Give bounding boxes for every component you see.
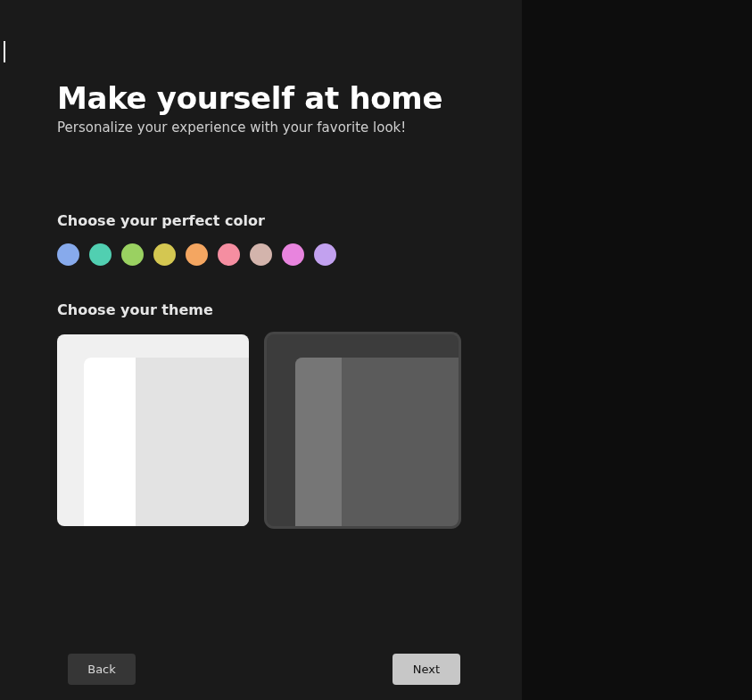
color-swatch-pink[interactable] <box>218 243 240 266</box>
theme-options <box>57 334 468 526</box>
theme-section-label: Choose your theme <box>57 301 468 318</box>
color-section: Choose your perfect color <box>57 212 468 266</box>
text-cursor <box>4 41 5 62</box>
color-swatch-orange[interactable] <box>186 243 208 266</box>
left-pane: Make yourself at home Personalize your e… <box>0 0 522 700</box>
back-button[interactable]: Back <box>68 654 136 685</box>
color-swatch-magenta[interactable] <box>282 243 304 266</box>
content: Make yourself at home Personalize your e… <box>57 80 468 526</box>
next-button[interactable]: Next <box>393 654 460 685</box>
color-swatch-teal[interactable] <box>89 243 112 266</box>
page-title: Make yourself at home <box>57 80 468 116</box>
theme-preview-window <box>84 358 249 526</box>
color-section-label: Choose your perfect color <box>57 212 468 229</box>
theme-preview-sidebar <box>84 358 136 526</box>
theme-option-dark[interactable] <box>267 334 459 526</box>
footer: Back Next <box>68 654 460 685</box>
color-swatch-mauve[interactable] <box>250 243 272 266</box>
color-swatches <box>57 243 468 266</box>
color-swatch-purple[interactable] <box>314 243 336 266</box>
right-pane <box>522 0 752 700</box>
color-swatch-green[interactable] <box>121 243 144 266</box>
page-subtitle: Personalize your experience with your fa… <box>57 119 468 136</box>
theme-option-light[interactable] <box>57 334 249 526</box>
color-swatch-blue[interactable] <box>57 243 79 266</box>
theme-preview-window <box>295 358 459 526</box>
theme-section: Choose your theme <box>57 301 468 526</box>
color-swatch-olive[interactable] <box>153 243 176 266</box>
theme-preview-sidebar <box>295 358 342 526</box>
